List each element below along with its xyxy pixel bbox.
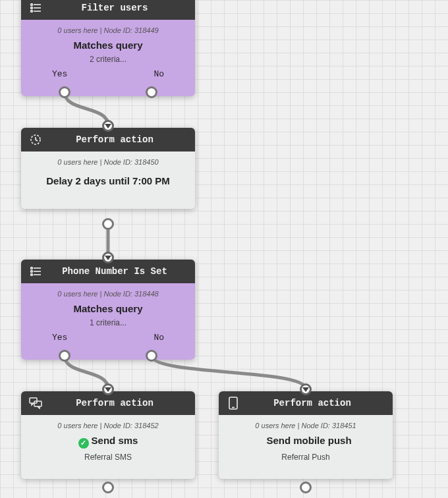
node-main-text: ✓Send mobile push — [227, 435, 385, 449]
node-header[interactable]: Filter users — [21, 0, 195, 20]
node-action-push[interactable]: Perform action 0 users here | Node ID: 3… — [219, 391, 393, 479]
port-out-no[interactable] — [146, 350, 157, 362]
node-title: Perform action — [240, 398, 385, 408]
port-out-yes[interactable] — [59, 350, 70, 362]
port-in[interactable] — [300, 383, 312, 395]
node-sub-text: Referral Push — [227, 453, 385, 462]
node-meta: 0 users here | Node ID: 318449 — [29, 26, 187, 34]
node-main-text: Matches query — [29, 303, 187, 314]
node-filter-phone[interactable]: Phone Number Is Set 0 users here | Node … — [21, 260, 195, 360]
branch-yes-label: Yes — [52, 333, 67, 343]
filter-list-icon — [29, 3, 42, 13]
node-sub-text: Referral SMS — [29, 453, 187, 462]
chat-icon — [29, 397, 42, 409]
check-icon: ✓ — [78, 438, 89, 449]
svg-point-2 — [31, 7, 33, 9]
node-title: Filter users — [42, 3, 187, 13]
node-body[interactable]: 0 users here | Node ID: 318449 Matches q… — [21, 20, 195, 96]
port-out[interactable] — [102, 482, 114, 493]
clock-icon — [29, 134, 42, 146]
port-out[interactable] — [300, 482, 312, 493]
branch-no-label: No — [154, 333, 164, 343]
node-main-text: Matches query — [29, 40, 187, 51]
node-title: Perform action — [42, 398, 187, 408]
svg-rect-14 — [34, 401, 42, 406]
node-sub-text: 1 criteria... — [29, 318, 187, 327]
port-in[interactable] — [102, 383, 114, 395]
node-sub-text: 2 criteria... — [29, 55, 187, 64]
svg-point-0 — [31, 4, 33, 6]
node-body[interactable]: 0 users here | Node ID: 318450 Delay 2 d… — [21, 152, 195, 209]
svg-rect-13 — [30, 398, 37, 403]
node-body[interactable]: 0 users here | Node ID: 318451 ✓Send mob… — [219, 415, 393, 479]
port-out-yes[interactable] — [59, 86, 70, 98]
mobile-icon — [227, 397, 240, 410]
node-body[interactable]: 0 users here | Node ID: 318452 ✓Send sms… — [21, 415, 195, 479]
filter-list-icon — [29, 267, 42, 276]
node-main-text: Delay 2 days until 7:00 PM — [29, 175, 187, 186]
node-body[interactable]: 0 users here | Node ID: 318448 Matches q… — [21, 283, 195, 360]
node-main-text: ✓Send sms — [29, 435, 187, 449]
branch-no-label: No — [154, 69, 164, 79]
branch-yes-label: Yes — [52, 69, 67, 79]
node-meta: 0 users here | Node ID: 318452 — [29, 422, 187, 429]
svg-point-9 — [31, 271, 33, 273]
node-filter-users[interactable]: Filter users 0 users here | Node ID: 318… — [21, 0, 195, 96]
port-in[interactable] — [102, 252, 114, 263]
node-meta: 0 users here | Node ID: 318448 — [29, 290, 187, 298]
port-in[interactable] — [102, 120, 114, 132]
workflow-canvas[interactable]: Filter users 0 users here | Node ID: 318… — [0, 0, 448, 498]
node-action-sms[interactable]: Perform action 0 users here | Node ID: 3… — [21, 391, 195, 479]
svg-point-4 — [31, 11, 33, 13]
svg-point-7 — [31, 267, 33, 269]
port-out[interactable] — [102, 218, 114, 230]
node-meta: 0 users here | Node ID: 318451 — [227, 422, 385, 429]
port-out-no[interactable] — [146, 86, 157, 98]
node-action-delay[interactable]: Perform action 0 users here | Node ID: 3… — [21, 128, 195, 209]
node-title: Perform action — [42, 134, 187, 145]
node-title: Phone Number Is Set — [42, 266, 187, 277]
node-meta: 0 users here | Node ID: 318450 — [29, 158, 187, 166]
svg-point-11 — [31, 274, 33, 276]
